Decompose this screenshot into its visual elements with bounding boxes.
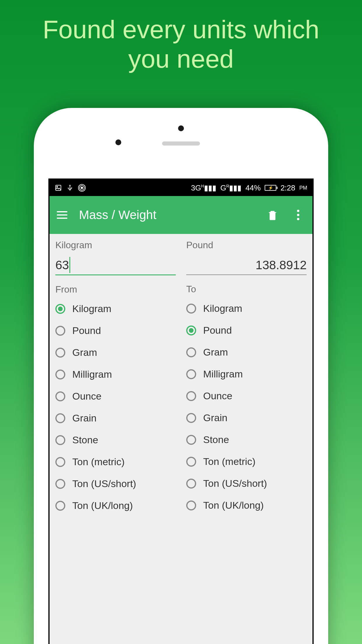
- signal-g-label: GR▮▮▮: [220, 183, 241, 192]
- radio-label: Pound: [203, 325, 232, 336]
- radio-label: Ton (UK/long): [203, 500, 264, 511]
- radio-label: Stone: [72, 434, 98, 446]
- marketing-headline: Found every units which you need: [0, 0, 362, 74]
- radio-icon: [55, 304, 65, 314]
- phone-screen: 3GH▮▮▮ GR▮▮▮ 44% ⚡ 2:28 PM Mass / Weight: [48, 178, 314, 644]
- radio-icon: [55, 326, 65, 336]
- page-title: Mass / Weight: [79, 208, 254, 222]
- radio-icon: [186, 326, 196, 335]
- from-section-label: From: [55, 284, 176, 295]
- radio-label: Ton (metric): [72, 456, 124, 468]
- to-radio-milligram[interactable]: Milligram: [186, 368, 307, 380]
- radio-label: Kilogram: [203, 303, 242, 314]
- to-radio-ton-us-short-[interactable]: Ton (US/short): [186, 478, 307, 489]
- status-bar: 3GH▮▮▮ GR▮▮▮ 44% ⚡ 2:28 PM: [50, 180, 312, 196]
- radio-label: Gram: [203, 346, 228, 358]
- clock-ampm: PM: [299, 185, 307, 191]
- radio-icon: [55, 348, 65, 358]
- radio-icon: [186, 413, 196, 423]
- radio-label: Ounce: [72, 391, 101, 402]
- svg-rect-0: [56, 185, 61, 190]
- app-bar: Mass / Weight: [50, 196, 312, 234]
- from-unit-label: Kilogram: [55, 240, 176, 251]
- menu-icon[interactable]: [57, 211, 67, 219]
- to-radio-gram[interactable]: Gram: [186, 346, 307, 358]
- battery-percent: 44%: [245, 183, 261, 192]
- from-radio-ton-uk-long-[interactable]: Ton (UK/long): [55, 500, 176, 511]
- radio-label: Ounce: [203, 390, 232, 402]
- to-section-label: To: [186, 284, 307, 295]
- svg-point-2: [81, 187, 83, 189]
- svg-point-1: [57, 186, 58, 187]
- radio-icon: [55, 435, 65, 445]
- to-radio-kilogram[interactable]: Kilogram: [186, 303, 307, 314]
- radio-label: Ton (US/short): [203, 478, 267, 489]
- radio-icon: [55, 391, 65, 401]
- usb-icon: [67, 184, 73, 192]
- radio-label: Gram: [72, 347, 97, 358]
- to-radio-stone[interactable]: Stone: [186, 434, 307, 445]
- radio-icon: [186, 457, 196, 467]
- signal-3g-label: 3GH▮▮▮: [191, 183, 216, 192]
- radio-icon: [55, 501, 65, 511]
- text-cursor-icon: [69, 257, 70, 273]
- radio-icon: [55, 370, 65, 379]
- hotspot-icon: [78, 184, 86, 192]
- to-radio-list: KilogramPoundGramMilligramOunceGrainSton…: [186, 303, 307, 511]
- radio-icon: [186, 347, 196, 357]
- delete-button[interactable]: [266, 208, 280, 222]
- radio-label: Kilogram: [72, 303, 111, 314]
- phone-speaker-icon: [162, 141, 200, 146]
- battery-icon: ⚡: [265, 185, 276, 191]
- to-column: Pound To KilogramPoundGramMilligramOunce…: [186, 240, 307, 511]
- to-unit-label: Pound: [186, 240, 307, 251]
- radio-icon: [55, 413, 65, 423]
- to-radio-ounce[interactable]: Ounce: [186, 390, 307, 402]
- radio-label: Milligram: [72, 369, 112, 380]
- from-radio-stone[interactable]: Stone: [55, 434, 176, 446]
- radio-label: Pound: [72, 325, 101, 336]
- from-radio-ton-us-short-[interactable]: Ton (US/short): [55, 478, 176, 489]
- from-radio-kilogram[interactable]: Kilogram: [55, 303, 176, 314]
- from-radio-gram[interactable]: Gram: [55, 347, 176, 358]
- radio-icon: [186, 501, 196, 510]
- radio-icon: [186, 435, 196, 445]
- radio-label: Ton (metric): [203, 456, 255, 467]
- radio-icon: [55, 479, 65, 489]
- to-radio-pound[interactable]: Pound: [186, 325, 307, 336]
- radio-label: Ton (US/short): [72, 478, 136, 489]
- phone-camera-icon: [178, 125, 184, 131]
- from-column: Kilogram From KilogramPoundGramMilligram…: [55, 240, 176, 511]
- image-icon: [55, 184, 62, 191]
- from-radio-list: KilogramPoundGramMilligramOunceGrainSton…: [55, 303, 176, 511]
- radio-icon: [55, 457, 65, 467]
- phone-frame: 3GH▮▮▮ GR▮▮▮ 44% ⚡ 2:28 PM Mass / Weight: [34, 108, 328, 644]
- radio-icon: [186, 304, 196, 314]
- radio-label: Milligram: [203, 368, 243, 380]
- from-radio-grain[interactable]: Grain: [55, 412, 176, 424]
- to-value-output[interactable]: [186, 256, 307, 275]
- radio-label: Grain: [72, 412, 96, 424]
- radio-icon: [186, 479, 196, 489]
- phone-front-camera-icon: [115, 139, 121, 145]
- more-icon[interactable]: [291, 208, 305, 222]
- from-radio-ounce[interactable]: Ounce: [55, 391, 176, 402]
- clock-time: 2:28: [280, 183, 295, 192]
- radio-icon: [186, 369, 196, 379]
- from-value-input[interactable]: [55, 256, 176, 275]
- radio-label: Grain: [203, 412, 227, 424]
- from-radio-ton-metric-[interactable]: Ton (metric): [55, 456, 176, 468]
- from-radio-milligram[interactable]: Milligram: [55, 369, 176, 380]
- radio-icon: [186, 391, 196, 401]
- from-radio-pound[interactable]: Pound: [55, 325, 176, 336]
- to-radio-grain[interactable]: Grain: [186, 412, 307, 424]
- radio-label: Stone: [203, 434, 229, 445]
- radio-label: Ton (UK/long): [72, 500, 133, 511]
- to-radio-ton-metric-[interactable]: Ton (metric): [186, 456, 307, 467]
- to-radio-ton-uk-long-[interactable]: Ton (UK/long): [186, 500, 307, 511]
- content-area: Kilogram From KilogramPoundGramMilligram…: [50, 234, 312, 511]
